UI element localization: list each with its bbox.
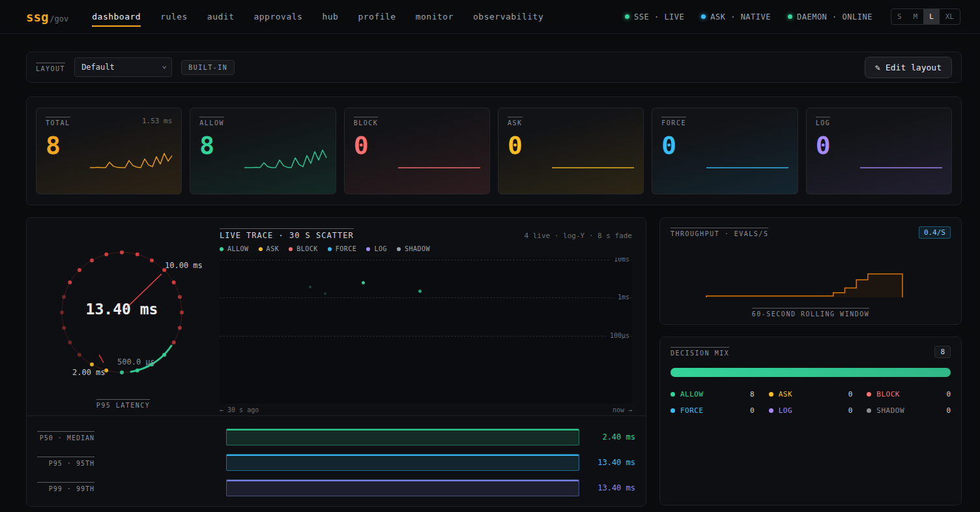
legend-label: ASK — [267, 245, 280, 252]
topbar: ssg /gov dashboardrulesauditapprovalshub… — [0, 0, 980, 34]
gauge-min-label: 500.0 µs — [117, 357, 155, 367]
x-axis-left-label: ← 30 s ago — [220, 406, 259, 414]
percentile-row: P95 · 95TH13.40 ms — [37, 449, 635, 475]
stat-card-log: LOG 0 — [806, 108, 952, 194]
scatter-meta: 4 live · log-Y · 8 s fade — [524, 232, 632, 240]
nav-item-observability[interactable]: observability — [473, 0, 543, 34]
stat-card-block: BLOCK 0 — [344, 108, 490, 194]
legend-dot-icon — [259, 247, 263, 251]
decision-legend-label: SHADOW — [876, 406, 904, 415]
nav-item-dashboard[interactable]: dashboard — [92, 0, 141, 34]
brand-logo[interactable]: ssg /gov — [26, 10, 68, 24]
decision-mix-bar — [670, 368, 951, 377]
gauge-low-label: 2.00 ms — [72, 368, 106, 377]
nav-item-profile[interactable]: profile — [358, 0, 396, 34]
stat-card-label: LOG — [816, 117, 831, 127]
stat-card-sparkline — [397, 143, 482, 172]
stat-card-sparkline — [859, 143, 944, 172]
decision-legend-allow: ALLOW8 — [670, 387, 755, 401]
builtin-badge: BUILT-IN — [181, 60, 235, 75]
layout-select[interactable]: Default — [74, 57, 172, 77]
percentile-value: 2.40 ms — [579, 432, 635, 442]
percentile-row: P99 · 99TH13.40 ms — [37, 475, 635, 500]
percentile-track — [226, 479, 579, 496]
stat-card-sparkline — [243, 143, 328, 172]
legend-dot-icon — [366, 247, 370, 251]
status-label: SSE · LIVE — [634, 12, 684, 22]
layout-label: LAYOUT — [36, 63, 65, 72]
legend-item-shadow: SHADOW — [397, 245, 430, 252]
throughput-panel: THROUGHPUT · EVALS/S 0.4/S 60-SECOND ROL… — [659, 217, 962, 325]
status-dot-icon — [625, 14, 629, 19]
percentile-label: P99 · 99TH — [37, 482, 94, 494]
legend-label: FORCE — [336, 245, 357, 252]
latency-gauge: 13.40 ms 10.00 ms 500.0 µs 2.00 ms P95 L… — [27, 218, 220, 415]
edit-layout-label: Edit layout — [886, 63, 942, 72]
nav-item-rules[interactable]: rules — [160, 0, 188, 34]
gridline — [220, 297, 632, 298]
percentile-track — [226, 454, 579, 471]
decision-legend-block: BLOCK0 — [867, 387, 951, 401]
percentile-bar — [226, 429, 579, 445]
size-option-l[interactable]: L — [923, 9, 940, 24]
status-indicator: SSE · LIVE — [625, 12, 684, 22]
main-row: 13.40 ms 10.00 ms 500.0 µs 2.00 ms P95 L… — [26, 217, 962, 507]
legend-item-log: LOG — [366, 245, 387, 252]
stat-card-sparkline — [705, 143, 790, 172]
scatter-point — [309, 286, 311, 288]
decision-mix-legend: ALLOW8ASK0BLOCK0FORCE0LOG0SHADOW0 — [670, 387, 951, 417]
throughput-caption: 60-SECOND ROLLING WINDOW — [752, 308, 870, 318]
legend-item-force: FORCE — [328, 245, 357, 252]
pencil-icon: ✎ — [875, 63, 880, 72]
scatter-point — [418, 290, 422, 293]
logo-text: ssg — [26, 10, 48, 24]
stat-card-label: FORCE — [661, 117, 686, 127]
nav-item-approvals[interactable]: approvals — [253, 0, 302, 34]
status-cluster: SSE · LIVEASK · NATIVEDAEMON · ONLINE — [625, 12, 872, 22]
size-option-s[interactable]: S — [891, 9, 908, 24]
decision-legend-label: FORCE — [680, 406, 704, 415]
decision-legend-force: FORCE0 — [670, 404, 755, 417]
stat-card-meta: 1.53 ms — [142, 117, 172, 125]
nav-item-hub[interactable]: hub — [322, 0, 338, 34]
decision-dot-icon — [867, 408, 871, 413]
legend-item-ask: ASK — [259, 245, 280, 252]
decision-legend-value: 0 — [848, 390, 853, 399]
status-dot-icon — [701, 14, 706, 19]
status-dot-icon — [788, 14, 792, 19]
stat-card-label: BLOCK — [354, 117, 379, 127]
decision-legend-value: 8 — [750, 390, 755, 399]
decision-legend-label: ALLOW — [680, 390, 704, 399]
decision-legend-value: 0 — [848, 406, 853, 415]
decision-legend-log: LOG0 — [769, 404, 853, 417]
gauge-caption: P95 LATENCY — [96, 399, 151, 409]
legend-item-allow: ALLOW — [220, 245, 249, 252]
size-option-xl[interactable]: XL — [940, 9, 960, 24]
decision-dot-icon — [867, 392, 871, 397]
nav-item-monitor[interactable]: monitor — [416, 0, 454, 34]
stat-card-label: TOTAL — [46, 117, 70, 127]
decision-dot-icon — [769, 408, 773, 413]
decision-dot-icon — [670, 408, 675, 413]
decision-legend-label: BLOCK — [876, 390, 900, 399]
stat-card-total: TOTAL 1.53 ms 8 — [36, 108, 182, 194]
right-column: THROUGHPUT · EVALS/S 0.4/S 60-SECOND ROL… — [659, 217, 962, 507]
layout-bar: LAYOUT Default ⌄ BUILT-IN ✎ Edit layout — [26, 52, 962, 83]
percentile-value: 13.40 ms — [579, 483, 635, 492]
decision-mix-segment-allow — [670, 368, 951, 377]
nav-item-audit[interactable]: audit — [207, 0, 235, 34]
legend-label: LOG — [374, 245, 387, 252]
legend-dot-icon — [397, 247, 401, 251]
size-option-m[interactable]: M — [908, 9, 924, 24]
decision-legend-value: 0 — [946, 390, 951, 399]
status-label: ASK · NATIVE — [710, 12, 771, 22]
gridline — [220, 260, 632, 260]
main-nav: dashboardrulesauditapprovalshubprofilemo… — [92, 0, 543, 34]
edit-layout-button[interactable]: ✎ Edit layout — [865, 57, 952, 78]
percentile-row: P50 · MEDIAN2.40 ms — [37, 424, 635, 449]
live-trace-scatter: LIVE TRACE · 30 S SCATTER 4 live · log-Y… — [220, 218, 646, 415]
stat-card-label: ASK — [508, 117, 523, 127]
percentile-label: P95 · 95TH — [37, 457, 94, 468]
decision-mix-title: DECISION MIX — [670, 347, 729, 357]
percentile-bars: P50 · MEDIAN2.40 msP95 · 95TH13.40 msP99… — [27, 415, 646, 508]
